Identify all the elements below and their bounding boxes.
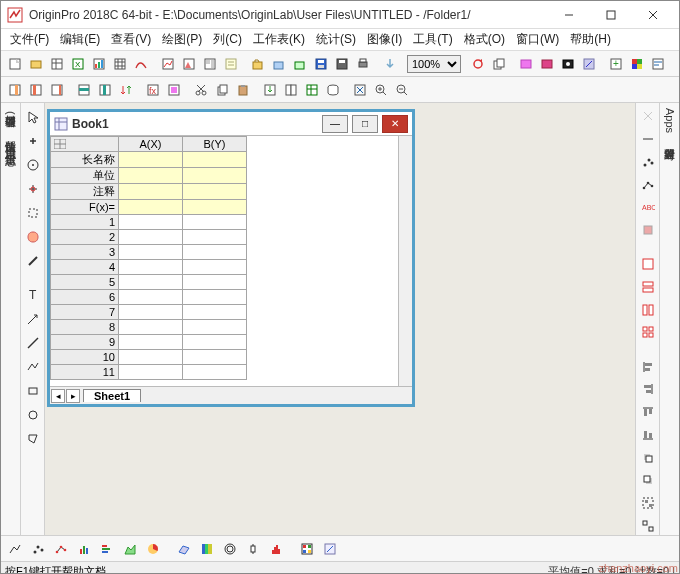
open-button[interactable] xyxy=(248,54,268,74)
row-units[interactable]: 单位 xyxy=(51,168,119,184)
row-header[interactable]: 7 xyxy=(51,305,119,320)
new-notes-button[interactable] xyxy=(221,54,241,74)
align-right-tool[interactable] xyxy=(638,380,658,399)
new-graph-button[interactable] xyxy=(89,54,109,74)
duplicate-button[interactable] xyxy=(489,54,509,74)
menu-tools[interactable]: 工具(T) xyxy=(408,29,457,50)
draw-tool[interactable] xyxy=(23,251,43,271)
layout2-tool[interactable] xyxy=(638,278,658,297)
add-col-left-button[interactable] xyxy=(26,80,46,100)
row-header[interactable]: 10 xyxy=(51,350,119,365)
sheet-nav-prev[interactable]: ◂ xyxy=(51,389,65,403)
row-header[interactable]: 5 xyxy=(51,275,119,290)
graph-tool-1[interactable] xyxy=(638,107,658,126)
slide-button[interactable] xyxy=(516,54,536,74)
col-math-button[interactable]: fx xyxy=(143,80,163,100)
import-single-button[interactable] xyxy=(260,80,280,100)
selection-tool[interactable] xyxy=(23,203,43,223)
import-wizard-button[interactable] xyxy=(380,54,400,74)
polyline-tool[interactable] xyxy=(23,357,43,377)
back-tool[interactable] xyxy=(638,471,658,490)
add-plot-button[interactable]: + xyxy=(606,54,626,74)
circle-tool[interactable] xyxy=(23,405,43,425)
import-db-button[interactable] xyxy=(323,80,343,100)
row-comments[interactable]: 注释 xyxy=(51,184,119,200)
slide2-button[interactable] xyxy=(537,54,557,74)
menu-edit[interactable]: 编辑(E) xyxy=(55,29,105,50)
new-folder-button[interactable] xyxy=(26,54,46,74)
refresh-button[interactable] xyxy=(468,54,488,74)
row-header[interactable]: 11 xyxy=(51,365,119,380)
sheet-tab[interactable]: Sheet1 xyxy=(83,389,141,402)
row-stats-button[interactable] xyxy=(74,80,94,100)
open-template-button[interactable] xyxy=(269,54,289,74)
template-lib-button[interactable] xyxy=(297,539,317,559)
close-button[interactable] xyxy=(633,4,673,26)
menu-worksheet[interactable]: 工作表(K) xyxy=(248,29,310,50)
plot-scatter-button[interactable] xyxy=(28,539,48,559)
plot-histogram-button[interactable] xyxy=(266,539,286,559)
rect-tool[interactable] xyxy=(23,381,43,401)
region-tool[interactable] xyxy=(23,429,43,449)
new-project-button[interactable] xyxy=(5,54,25,74)
plot-line-button[interactable] xyxy=(5,539,25,559)
row-longname[interactable]: 长名称 xyxy=(51,152,119,168)
abc-tool[interactable]: ABC xyxy=(638,198,658,217)
menu-window[interactable]: 窗口(W) xyxy=(511,29,564,50)
code-button[interactable] xyxy=(648,54,668,74)
arrow-tool[interactable] xyxy=(23,309,43,329)
menu-stats[interactable]: 统计(S) xyxy=(311,29,361,50)
pointer-tool[interactable] xyxy=(23,107,43,127)
fill-tool[interactable] xyxy=(638,221,658,240)
scatter-style-tool[interactable] xyxy=(638,152,658,171)
save-button[interactable] xyxy=(311,54,331,74)
video-button[interactable] xyxy=(558,54,578,74)
zoom-out-button[interactable] xyxy=(392,80,412,100)
line-scatter-tool[interactable] xyxy=(638,175,658,194)
new-2dplot-button[interactable] xyxy=(158,54,178,74)
sheet-nav-next[interactable]: ▸ xyxy=(66,389,80,403)
align-left-tool[interactable] xyxy=(638,357,658,376)
maximize-button[interactable] xyxy=(591,4,631,26)
plot-contour-button[interactable] xyxy=(220,539,240,559)
align-top-tool[interactable] xyxy=(638,403,658,422)
panel-project-explorer[interactable]: 项目管理器 (1) xyxy=(3,108,18,125)
group-tool[interactable] xyxy=(638,494,658,513)
row-header[interactable]: 1 xyxy=(51,215,119,230)
import-multi-button[interactable] xyxy=(281,80,301,100)
row-header[interactable]: 8 xyxy=(51,320,119,335)
row-header[interactable]: 4 xyxy=(51,260,119,275)
new-matrix-button[interactable] xyxy=(110,54,130,74)
new-excel-button[interactable]: X xyxy=(68,54,88,74)
workbook-vscroll[interactable] xyxy=(398,136,412,386)
minimize-button[interactable] xyxy=(549,4,589,26)
col-header-a[interactable]: A(X) xyxy=(119,137,183,152)
zoom-select[interactable]: 100% xyxy=(407,55,461,73)
palette-button[interactable] xyxy=(627,54,647,74)
workbook-minimize-button[interactable]: — xyxy=(322,115,348,133)
print-button[interactable] xyxy=(353,54,373,74)
front-tool[interactable] xyxy=(638,448,658,467)
reader-tool[interactable] xyxy=(23,155,43,175)
col-stats-button[interactable] xyxy=(95,80,115,100)
workbook-title-bar[interactable]: Book1 — □ ✕ xyxy=(50,112,412,136)
zoom-tool[interactable] xyxy=(23,131,43,151)
save-template-button[interactable] xyxy=(332,54,352,74)
layout3-tool[interactable] xyxy=(638,300,658,319)
row-header[interactable]: 2 xyxy=(51,230,119,245)
plot-surface-button[interactable] xyxy=(174,539,194,559)
workbook-window[interactable]: Book1 — □ ✕ A(X) B(Y) 长名称 单位 注释 xyxy=(47,109,415,407)
zoom-in-button[interactable] xyxy=(371,80,391,100)
new-function-button[interactable] xyxy=(131,54,151,74)
new-layout-button[interactable] xyxy=(200,54,220,74)
menu-column[interactable]: 列(C) xyxy=(208,29,247,50)
mask-tool[interactable] xyxy=(23,227,43,247)
data-reader-tool[interactable] xyxy=(23,179,43,199)
menu-format[interactable]: 格式(O) xyxy=(459,29,510,50)
row-fx[interactable]: F(x)= xyxy=(51,200,119,215)
ungroup-tool[interactable] xyxy=(638,516,658,535)
row-header[interactable]: 3 xyxy=(51,245,119,260)
line-style-tool[interactable] xyxy=(638,130,658,149)
plot-box-button[interactable] xyxy=(243,539,263,559)
sort-button[interactable] xyxy=(116,80,136,100)
